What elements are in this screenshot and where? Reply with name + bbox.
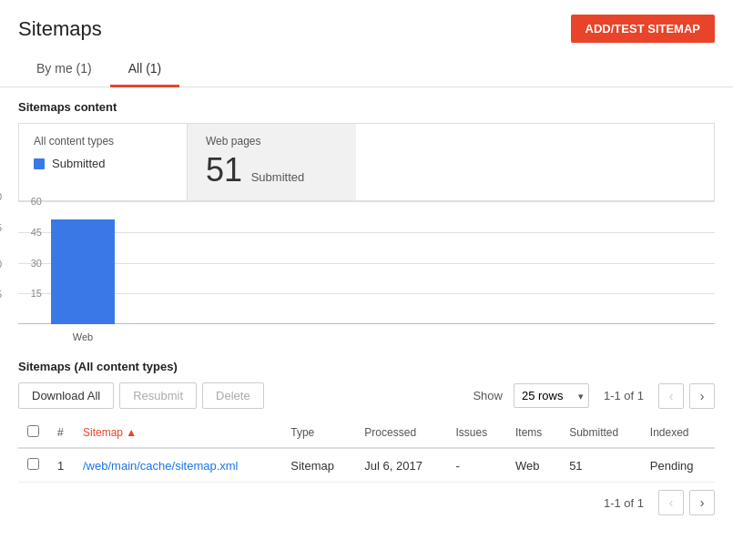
sort-icon: ▲ [126,426,137,439]
bottom-next-page-button[interactable]: › [689,490,715,515]
rows-select-wrap[interactable]: 25 rows 50 rows 100 rows [514,383,589,408]
stat-label: Submitted [251,170,305,184]
sitemaps-section-title: Sitemaps (All content types) [18,360,715,373]
sitemaps-table: # Sitemap ▲ Type Processed Issues Items … [18,418,715,483]
row-select-checkbox[interactable] [27,458,39,470]
chart-y-60: 60 [31,196,42,207]
add-test-sitemap-button[interactable]: ADD/TEST SITEMAP [571,15,715,43]
row-num: 1 [48,448,74,483]
bottom-prev-page-button[interactable]: ‹ [658,490,684,515]
content-card-area: All content types Submitted Web pages 51… [18,123,715,201]
row-type: Sitemap [281,448,355,483]
y-label-15: 15 [0,289,2,300]
row-checkbox [18,448,48,483]
y-label-30: 30 [0,259,2,270]
delete-button[interactable]: Delete [202,382,264,409]
stat-row: 51 Submitted [206,151,338,189]
tab-by-me[interactable]: By me (1) [18,52,110,87]
next-page-button[interactable]: › [689,383,715,409]
chart-y-45: 45 [31,227,42,238]
col-submitted: Submitted [560,418,641,448]
table-row: 1 /web/main/cache/sitemap.xml Sitemap Ju… [18,448,715,483]
legend-item-label: Submitted [52,157,106,170]
stat-panel: Web pages 51 Submitted [188,124,356,200]
select-all-checkbox[interactable] [27,425,39,437]
page-header: Sitemaps ADD/TEST SITEMAP [0,0,733,52]
chart-bar-web [51,219,115,324]
content-section: Sitemaps content All content types Submi… [0,87,733,201]
sitemap-link[interactable]: /web/main/cache/sitemap.xml [83,459,239,473]
tab-all[interactable]: All (1) [110,52,180,87]
tabs-bar: By me (1) All (1) [0,52,733,87]
content-section-title: Sitemaps content [18,100,715,114]
stat-category: Web pages [206,135,338,148]
col-items: Items [506,418,560,448]
y-label-45: 45 [0,222,2,233]
table-header-row: # Sitemap ▲ Type Processed Issues Items … [18,418,715,448]
prev-page-button[interactable]: ‹ [658,383,684,409]
chart-bar-label: Web [73,331,93,342]
resubmit-button[interactable]: Resubmit [119,382,197,409]
row-indexed: Pending [641,448,715,483]
row-issues: - [447,448,507,483]
legend-panel: All content types Submitted [19,124,188,200]
row-sitemap[interactable]: /web/main/cache/sitemap.xml [74,448,281,483]
row-submitted: 51 [560,448,641,483]
rows-select[interactable]: 25 rows 50 rows 100 rows [514,383,589,408]
col-issues: Issues [447,418,507,448]
download-all-button[interactable]: Download All [18,382,114,409]
col-num: # [48,418,74,448]
col-checkbox [18,418,48,448]
chart-y-15: 15 [31,288,42,299]
col-type: Type [281,418,355,448]
toolbar: Download All Resubmit Delete Show 25 row… [18,382,715,409]
bottom-pagination: 1-1 of 1 ‹ › [0,483,733,523]
chart-y-30: 30 [31,258,42,269]
row-processed: Jul 6, 2017 [355,448,446,483]
page-title: Sitemaps [18,17,102,41]
bottom-pagination-info: 1-1 of 1 [604,496,644,510]
stat-number: 51 [206,151,242,189]
legend-item-submitted: Submitted [34,157,172,170]
col-processed: Processed [355,418,446,448]
col-indexed: Indexed [641,418,715,448]
legend-title: All content types [34,135,172,148]
legend-dot-submitted [34,158,45,169]
row-items: Web [506,448,560,483]
show-label: Show [473,389,503,402]
pagination-info: 1-1 of 1 [604,389,644,402]
sitemaps-section: Sitemaps (All content types) Download Al… [0,347,733,483]
y-label-60: 60 [0,191,2,202]
col-sitemap[interactable]: Sitemap ▲ [74,418,281,448]
chart-area: 60 45 30 15 60 45 30 15 Web [18,201,715,347]
